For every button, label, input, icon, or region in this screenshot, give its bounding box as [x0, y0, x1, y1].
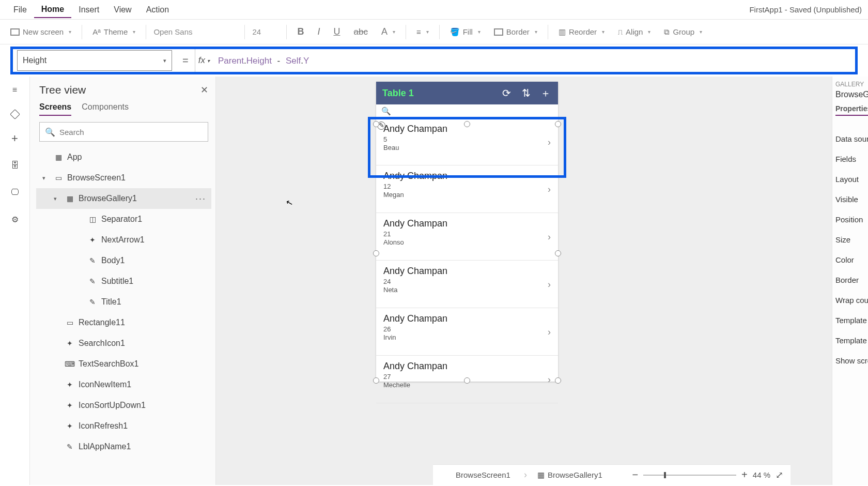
fit-screen-icon[interactable]: ⤢ — [776, 469, 783, 481]
bold-button[interactable]: B — [292, 24, 309, 39]
gallery-item[interactable]: Andy Champan12Megan› — [376, 165, 558, 213]
reorder-button[interactable]: ▥Reorder — [553, 25, 610, 39]
underline-button[interactable]: U — [328, 24, 345, 39]
tree-node-textsearchbox1[interactable]: ⌨TextSearchBox1 — [36, 354, 211, 374]
tree-node-label: TextSearchBox1 — [79, 359, 139, 369]
chevron-right-icon[interactable]: › — [548, 279, 551, 290]
tree-node-body1[interactable]: ✎Body1 — [36, 250, 211, 271]
chevron-right-icon[interactable]: › — [548, 327, 551, 338]
tree-node-label: BrowseGallery1 — [79, 194, 137, 203]
tree-node-iconsortupdown1[interactable]: ✦IconSortUpDown1 — [36, 395, 211, 416]
tree-node-browsegallery1[interactable]: ▾▦BrowseGallery1··· — [36, 188, 211, 209]
chevron-right-icon[interactable]: › — [548, 137, 551, 148]
new-screen-button[interactable]: New screen — [5, 25, 76, 38]
menu-view[interactable]: View — [106, 2, 138, 18]
tab-screens[interactable]: Screens — [39, 102, 71, 116]
zoom-slider[interactable] — [643, 475, 736, 476]
menu-insert[interactable]: Insert — [71, 2, 106, 18]
selection-handle[interactable] — [464, 377, 470, 384]
font-size-input[interactable] — [250, 25, 281, 38]
preview-title: Table 1 — [382, 88, 414, 99]
menu-home[interactable]: Home — [34, 2, 71, 18]
property-row[interactable]: Fields — [835, 155, 865, 163]
phone-preview: Table 1 ⟳ ⇅ ＋ 🔍 ✎Andy Champan5Beau›Andy … — [376, 82, 558, 382]
tree-node-lblappname1[interactable]: ✎LblAppName1 — [36, 436, 211, 457]
property-row[interactable]: Template padding — [835, 336, 865, 345]
tree-node-title1[interactable]: ✎Title1 — [36, 292, 211, 312]
tree-node-separator1[interactable]: ◫Separator1 — [36, 209, 211, 230]
media-icon[interactable]: 🖵 — [9, 186, 21, 199]
property-row[interactable]: Template size — [835, 316, 865, 325]
tools-icon[interactable]: ⚙ — [9, 213, 21, 225]
zoom-in-button[interactable]: + — [741, 469, 748, 481]
data-icon[interactable]: 🗄 — [9, 159, 21, 172]
refresh-icon[interactable]: ⟳ — [500, 87, 513, 99]
border-button[interactable]: Border — [489, 25, 542, 38]
menu-action[interactable]: Action — [139, 2, 176, 18]
fill-button[interactable]: 🪣Fill — [445, 25, 486, 39]
gallery-item-subtitle: 12 — [383, 183, 551, 190]
tree-node-nextarrow1[interactable]: ✦NextArrow1 — [36, 230, 211, 250]
chevron-right-icon[interactable]: › — [548, 374, 551, 385]
add-icon[interactable]: + — [9, 132, 21, 145]
property-row[interactable]: Visible — [835, 195, 865, 204]
menu-file[interactable]: File — [6, 2, 34, 18]
selection-handle[interactable] — [555, 377, 561, 384]
tree-search-box[interactable]: 🔍 — [39, 122, 208, 142]
tree-node-rectangle11[interactable]: ▭Rectangle11 — [36, 312, 211, 333]
formula-input[interactable]: Parent.Height - Self.Y — [213, 55, 314, 66]
property-dropdown[interactable]: Height ▾ — [17, 50, 172, 71]
properties-tab[interactable]: Properties — [835, 104, 868, 116]
tree-view-icon[interactable] — [10, 109, 20, 119]
strike-button[interactable]: abc — [348, 25, 373, 39]
sort-icon[interactable]: ⇅ — [520, 87, 532, 99]
selection-handle[interactable] — [464, 121, 470, 127]
screen-icon — [10, 28, 20, 36]
property-row[interactable]: Data source — [835, 134, 865, 143]
tab-components[interactable]: Components — [82, 102, 129, 116]
font-name-input[interactable] — [151, 25, 239, 38]
more-icon[interactable]: ··· — [195, 193, 206, 204]
property-row[interactable]: Size — [835, 235, 865, 244]
property-row[interactable]: Layout — [835, 175, 865, 184]
gallery-item[interactable]: Andy Champan21Alonso› — [376, 213, 558, 261]
selection-handle[interactable] — [373, 250, 379, 256]
tree-node-iconnewitem1[interactable]: ✦IconNewItem1 — [36, 374, 211, 395]
tree-node-browsescreen1[interactable]: ▾▭BrowseScreen1 — [36, 168, 211, 188]
tree-node-subtitle1[interactable]: ✎Subtitle1 — [36, 271, 211, 292]
align-button[interactable]: ⎍Align — [613, 25, 656, 38]
close-icon[interactable]: ✕ — [200, 84, 208, 96]
property-row[interactable]: Color — [835, 255, 865, 264]
selection-handle[interactable] — [555, 250, 561, 256]
chevron-right-icon[interactable]: › — [548, 232, 551, 242]
theme-button[interactable]: AªTheme — [87, 25, 141, 38]
breadcrumb-screen[interactable]: BrowseScreen1 — [440, 468, 519, 481]
property-row[interactable]: Wrap count — [835, 296, 865, 305]
property-row[interactable]: Position — [835, 215, 865, 224]
tree-node-app[interactable]: ▦App — [36, 147, 211, 168]
add-item-icon[interactable]: ＋ — [539, 86, 552, 100]
italic-button[interactable]: I — [312, 24, 325, 39]
zoom-out-button[interactable]: − — [632, 469, 638, 481]
gallery-item[interactable]: Andy Champan24Neta› — [376, 261, 558, 308]
font-color-button[interactable]: A — [376, 24, 400, 39]
breadcrumb-gallery[interactable]: ▦BrowseGallery1 — [532, 468, 611, 482]
canvas-area[interactable]: ↖ Table 1 ⟳ ⇅ ＋ 🔍 ✎Andy Champan5Beau›And… — [216, 77, 832, 485]
tree-search-input[interactable] — [59, 128, 203, 136]
selection-handle[interactable] — [555, 121, 561, 127]
gallery[interactable]: ✎Andy Champan5Beau›Andy Champan12Megan›A… — [376, 118, 558, 403]
tree-node-iconrefresh1[interactable]: ✦IconRefresh1 — [36, 416, 211, 436]
selection-handle[interactable] — [373, 121, 379, 127]
text-align-button[interactable]: ≡ — [411, 25, 434, 38]
gallery-item[interactable]: Andy Champan26Irvin› — [376, 308, 558, 356]
tree-node-searchicon1[interactable]: ✦SearchIcon1 — [36, 333, 211, 354]
node-icon: ✎ — [88, 277, 97, 286]
fx-button[interactable]: fx▾ — [195, 49, 213, 72]
preview-search-box[interactable]: 🔍 — [376, 104, 558, 118]
selection-handle[interactable] — [373, 377, 379, 384]
property-row[interactable]: Show scrollbar — [835, 356, 865, 365]
group-button[interactable]: ⧉Group — [659, 25, 707, 39]
property-row[interactable]: Border — [835, 276, 865, 284]
hamburger-icon[interactable]: ≡ — [9, 84, 21, 96]
chevron-right-icon[interactable]: › — [548, 184, 551, 195]
